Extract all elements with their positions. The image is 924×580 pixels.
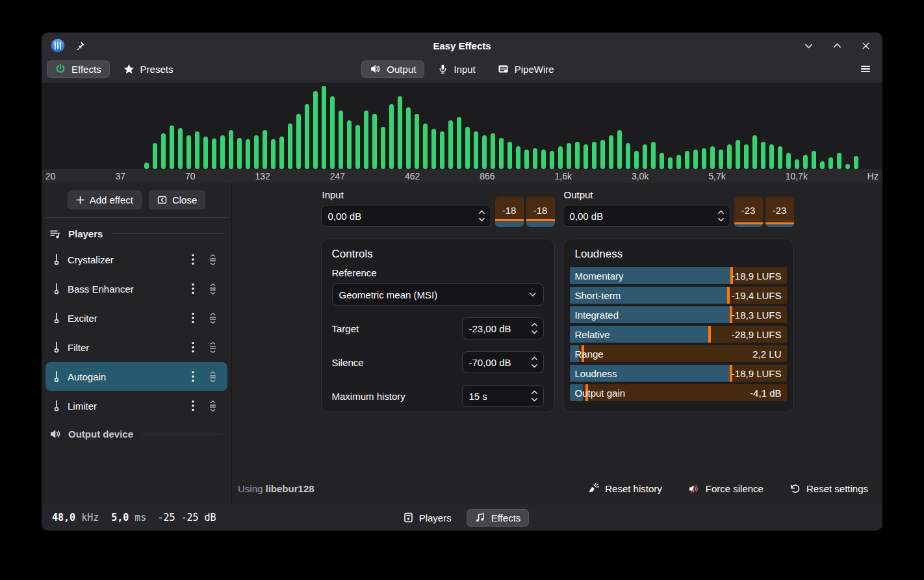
kebab-menu-icon[interactable] [188,283,198,295]
spectrum-bar [246,139,250,169]
loudness-metric-value: -18,3 LUFS [732,310,782,321]
add-effect-button[interactable]: Add effect [68,191,142,209]
meter-value: -23 [741,205,756,216]
effect-label: Exciter [68,313,97,324]
input-gain-spinbutton[interactable]: 0,00 dB [321,205,491,227]
spectrum-bar [710,146,715,169]
control-label: Silence [332,357,364,368]
kebab-menu-icon[interactable] [188,371,198,382]
spectrum-bar [786,153,791,169]
spin-chevrons-icon[interactable] [478,208,486,224]
spectrum-bar [634,151,639,169]
reference-label: Reference [332,267,544,278]
spectrum-bar [347,120,352,169]
freq-tick-label: 10,7k [786,171,808,181]
spectrum-bar [195,131,199,169]
sidebar-effect-filter[interactable]: Filter [45,333,227,362]
spectrum-bar [761,142,765,169]
kebab-menu-icon[interactable] [188,400,198,412]
spectrum-bar [229,130,233,169]
freq-tick-label: 1,6k [555,171,572,181]
drag-handle-icon[interactable] [206,399,220,413]
spectrum-bar [186,135,191,169]
loudness-metric-label: Output gain [575,388,626,399]
kebab-menu-icon[interactable] [188,254,198,265]
spectrum-bar [676,155,681,169]
sidebar-effect-exciter[interactable]: Exciter [45,304,227,332]
sidebar-effect-limiter[interactable]: Limiter [45,391,227,420]
drag-handle-icon[interactable] [206,341,220,354]
control-spinbutton[interactable]: -23,00 dB [462,317,544,339]
spectrum-bar [719,150,723,169]
minimize-icon[interactable] [801,38,816,53]
spectrum-bar [364,111,368,169]
pipewire-icon [498,64,509,74]
control-row-silence: Silence-70,00 dB [332,351,544,373]
close-icon[interactable] [858,38,873,53]
spectrum-bar [372,114,377,169]
hamburger-menu-icon[interactable] [854,60,877,77]
control-spinbutton[interactable]: 15 s [462,385,544,407]
presets-button[interactable]: Presets [115,60,182,78]
effects-toggle-button[interactable]: Effects [47,60,110,78]
pipewire-tab[interactable]: PipeWire [489,60,563,78]
force-silence-label: Force silence [706,483,764,494]
close-sidebar-button[interactable]: Close [149,191,205,209]
kebab-menu-icon[interactable] [188,341,198,353]
loudness-row-output-gain: Output gain-4,1 dB [570,384,787,401]
kebab-menu-icon[interactable] [188,312,198,324]
spectrum-bar [170,125,174,169]
loudness-row-short-term: Short-term-19,4 LUFS [570,287,787,304]
spectrum-bar [203,137,208,169]
input-level-meter: -18 [526,196,555,227]
output-gain-spinbutton[interactable]: 0,00 dB [563,205,730,227]
mute-speaker-icon [688,484,700,494]
collapse-sidebar-icon [157,195,167,205]
effect-label: Bass Enhancer [68,283,134,295]
reference-dropdown[interactable]: Geometric mean (MSI) [332,283,544,306]
loudness-metric-value: 2,2 LU [752,349,781,360]
input-tab[interactable]: Input [430,60,483,78]
spin-chevrons-icon[interactable] [530,354,539,370]
spin-chevrons-icon[interactable] [530,321,539,336]
reference-value: Geometric mean (MSI) [339,289,438,300]
spectrum-bar [271,139,276,169]
spin-chevrons-icon[interactable] [530,388,539,404]
sidebar-effect-crystalizer[interactable]: Crystalizer [45,245,227,274]
drag-handle-icon[interactable] [206,370,220,384]
spectrum-bar [465,127,470,169]
maximize-icon[interactable] [829,38,845,53]
loudness-metric-label: Range [575,349,604,360]
spin-chevrons-icon[interactable] [717,208,725,224]
control-spinbutton[interactable]: -70,00 dB [462,351,544,373]
output-tab[interactable]: Output [361,60,424,78]
players-view-button[interactable]: Players [395,509,460,527]
spectrum-bar [355,125,360,169]
spectrum-bar [778,146,782,169]
spectrum-bar [254,135,259,169]
drag-handle-icon[interactable] [206,311,220,325]
effects-view-button[interactable]: Effects [467,509,530,527]
sidebar-effect-autogain[interactable]: Autogain [45,362,227,391]
sidebar-effect-bass-enhancer[interactable]: Bass Enhancer [45,274,227,303]
drag-handle-icon[interactable] [206,282,220,296]
statusbar: 48,0 kHz 5,0 ms -25 -25 dB Players [42,505,882,531]
output-level-meter: -23 [765,196,794,227]
spectrum-bar [516,146,520,169]
drag-handle-icon[interactable] [206,253,220,267]
pin-icon[interactable] [74,40,85,51]
spectrum-bar [423,124,428,169]
spectrum-bar [736,140,740,169]
force-silence-button[interactable]: Force silence [684,481,767,497]
speaker-icon [49,428,61,440]
spectrum-bar [457,117,461,169]
dropdown-chevron-icon [528,290,537,299]
reset-settings-button[interactable]: Reset settings [786,481,872,497]
reset-history-button[interactable]: Reset history [584,481,666,497]
freq-tick-label: 132 [255,171,270,181]
spectrum-bar [752,135,757,169]
level-meter-values: -25 -25 [157,512,198,523]
meter-value: -18 [533,205,548,216]
spectrum-bar [550,151,554,169]
spectrum-bar [491,133,495,169]
